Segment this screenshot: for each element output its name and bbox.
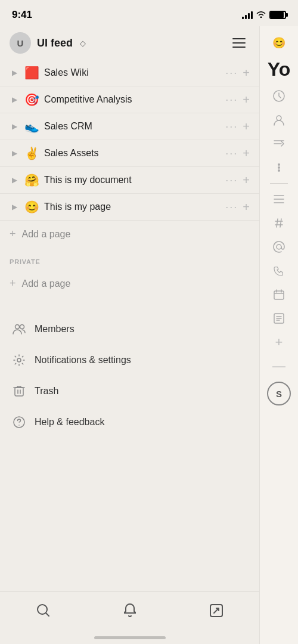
members-icon: [12, 322, 26, 336]
compose-icon: [209, 603, 224, 622]
private-add-page-label: Add a page: [22, 278, 71, 289]
page-options-button[interactable]: ···: [225, 121, 238, 132]
help-label: Help & feedback: [35, 417, 104, 428]
svg-rect-14: [274, 291, 284, 299]
private-add-page-button[interactable]: + Add a page: [0, 270, 259, 297]
notifications-tab[interactable]: [115, 597, 145, 627]
page-emoji: 🎯: [24, 92, 39, 107]
chevron-right-icon: ▶: [10, 95, 19, 104]
page-title: This is my page: [44, 202, 221, 212]
compose-tab[interactable]: [201, 597, 231, 627]
plus-icon: +: [10, 277, 16, 290]
svg-point-1: [20, 325, 24, 329]
page-add-button[interactable]: +: [243, 93, 250, 107]
page-add-button[interactable]: +: [243, 147, 250, 160]
emoji-icon[interactable]: 😊: [266, 32, 292, 54]
page-options-button[interactable]: ···: [225, 94, 238, 105]
page-item[interactable]: ▶ 🟥 Sales Wiki ··· +: [0, 60, 259, 86]
chevron-right-icon: ▶: [10, 148, 19, 158]
svg-point-5: [18, 425, 20, 426]
private-section-label: PRIVATE: [0, 247, 259, 270]
bell-icon: [123, 603, 137, 622]
page-emoji: 🟥: [24, 66, 39, 80]
dropdown2-icon[interactable]: [266, 157, 292, 178]
hash-icon[interactable]: [266, 212, 292, 234]
members-menu-item[interactable]: Members: [0, 314, 259, 345]
dropdown-icon[interactable]: [266, 133, 292, 154]
trash-menu-item[interactable]: Trash: [0, 376, 259, 407]
page-emoji: 👟: [24, 119, 39, 134]
page-title: Sales Assets: [44, 148, 221, 159]
settings-icon: [12, 353, 26, 367]
members-label: Members: [35, 324, 74, 335]
svg-rect-3: [15, 388, 23, 396]
sidebar-header: U UI feed ◇: [0, 26, 259, 60]
page-add-button[interactable]: +: [243, 200, 250, 214]
svg-point-12: [278, 169, 280, 172]
svg-point-13: [277, 244, 281, 249]
trash-label: Trash: [35, 386, 58, 397]
workspace-dropdown-icon[interactable]: ◇: [80, 39, 86, 48]
page-title: This is my document: [44, 175, 221, 185]
home-indicator: [94, 636, 166, 639]
notifications-label: Notifications & settings: [35, 355, 131, 366]
page-options-button[interactable]: ···: [225, 148, 238, 159]
main-layout: U UI feed ◇ ▶ 🟥 Sales Wiki ··· + ▶: [0, 26, 298, 644]
notifications-menu-item[interactable]: Notifications & settings: [0, 345, 259, 376]
clock-icon[interactable]: [266, 85, 292, 107]
page-emoji: 🤗: [24, 173, 39, 187]
page-emoji: ✌️: [24, 146, 39, 160]
divider: [270, 183, 288, 184]
help-icon: [12, 415, 26, 429]
bottom-menu: Members Notifications & settings: [0, 309, 259, 438]
status-bar: 9:41: [0, 0, 298, 26]
page-emoji: 😊: [24, 200, 39, 214]
calendar-icon[interactable]: [266, 284, 292, 305]
status-time: 9:41: [12, 9, 32, 21]
page-options-button[interactable]: ···: [225, 67, 238, 78]
chevron-right-icon: ▶: [10, 202, 19, 212]
notes-icon[interactable]: [266, 308, 292, 329]
avatar[interactable]: U: [10, 32, 31, 54]
help-menu-item[interactable]: Help & feedback: [0, 407, 259, 438]
wifi-icon: [256, 11, 266, 20]
chevron-right-icon: ▶: [10, 68, 19, 78]
svg-point-10: [278, 163, 280, 166]
page-options-button[interactable]: ···: [225, 202, 238, 212]
circle-button[interactable]: S: [267, 382, 291, 405]
signal-icon: [242, 11, 253, 19]
at-icon[interactable]: [266, 236, 292, 258]
add-page-label: Add a page: [22, 229, 71, 240]
search-tab[interactable]: [29, 597, 58, 627]
chevron-right-icon: ▶: [10, 175, 19, 185]
page-item[interactable]: ▶ 🤗 This is my document ··· +: [0, 167, 259, 194]
add-page-button[interactable]: + Add a page: [0, 221, 259, 247]
svg-point-9: [277, 116, 281, 120]
page-title: Sales CRM: [44, 121, 221, 132]
page-add-button[interactable]: +: [243, 120, 250, 134]
right-panel: 😊 Yo: [259, 26, 298, 644]
page-options-button[interactable]: ···: [225, 175, 238, 185]
user-icon[interactable]: [266, 109, 292, 131]
page-title: Sales Wiki: [44, 67, 221, 78]
svg-point-2: [17, 358, 21, 362]
page-item[interactable]: ▶ ✌️ Sales Assets ··· +: [0, 140, 259, 167]
page-item[interactable]: ▶ 👟 Sales CRM ··· +: [0, 113, 259, 140]
plus-icon: +: [10, 228, 16, 240]
svg-point-0: [15, 325, 20, 329]
svg-point-11: [278, 166, 280, 169]
sidebar: U UI feed ◇ ▶ 🟥 Sales Wiki ··· + ▶: [0, 26, 259, 644]
page-add-button[interactable]: +: [243, 66, 250, 80]
add-icon[interactable]: +: [266, 332, 292, 353]
minus-icon[interactable]: —: [266, 355, 292, 377]
chevron-right-icon: ▶: [10, 122, 19, 131]
lines-icon[interactable]: [266, 188, 292, 210]
menu-button[interactable]: [228, 32, 250, 54]
tab-bar: [0, 592, 259, 644]
page-item[interactable]: ▶ 😊 This is my page ··· +: [0, 194, 259, 221]
status-icons: [242, 11, 286, 20]
phone-icon[interactable]: [266, 260, 292, 281]
page-item[interactable]: ▶ 🎯 Competitive Analysis ··· +: [0, 86, 259, 113]
page-add-button[interactable]: +: [243, 174, 250, 187]
battery-icon: [269, 11, 286, 19]
